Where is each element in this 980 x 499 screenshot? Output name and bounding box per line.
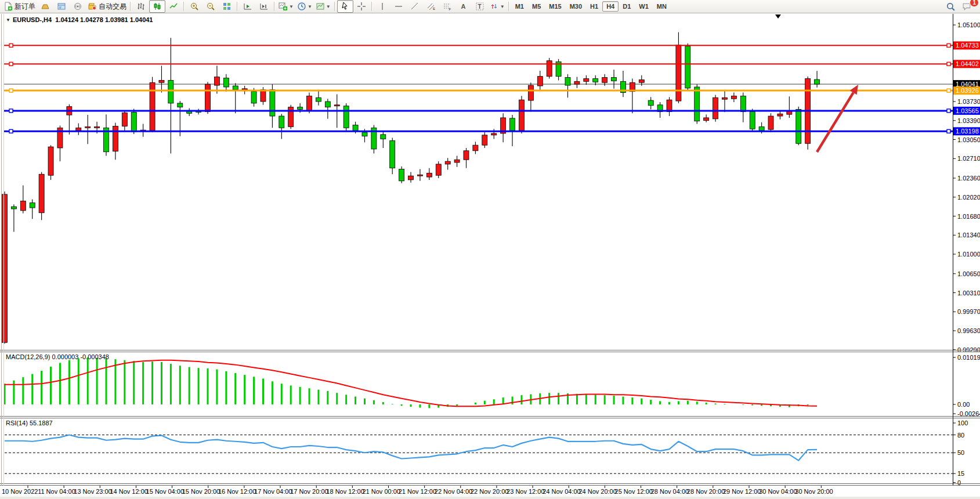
candle-body <box>362 132 367 136</box>
resistance-upper-handle[interactable] <box>9 44 13 47</box>
price-tick-label: 1.03390 <box>957 117 980 124</box>
svg-text:T: T <box>478 3 481 10</box>
text-label-tool-button[interactable]: T <box>472 0 488 13</box>
macd-indicator-label: MACD(12,26,9) 0.000003 -0.000348 <box>6 353 109 360</box>
new-order-button[interactable]: 新订单 <box>2 0 37 13</box>
rsi-axis-label: 50 <box>957 449 964 456</box>
candle-body <box>214 77 219 85</box>
new-order-label: 新订单 <box>15 2 35 12</box>
line-chart-icon <box>169 2 178 11</box>
price-tick-label: 1.02360 <box>957 175 980 182</box>
date-tick-label: 21 Nov 00:00 <box>363 488 400 495</box>
candle-body <box>307 96 312 110</box>
search-button[interactable] <box>942 0 959 13</box>
support-lower-handle[interactable] <box>947 129 950 133</box>
clock-icon <box>297 2 306 11</box>
tf-m1-button[interactable]: M1 <box>511 1 528 12</box>
vertical-line-tool-button[interactable] <box>374 0 390 13</box>
profiles-button[interactable] <box>37 0 53 13</box>
channel-tool-button[interactable]: E <box>423 0 439 13</box>
candle-body <box>48 147 53 175</box>
templates-button[interactable]: ▼ <box>314 0 332 13</box>
market-watch-icon <box>57 2 66 11</box>
fibonacci-tool-button[interactable]: F <box>439 0 455 13</box>
date-tick-label: 25 Nov 12:00 <box>615 488 653 495</box>
crosshair-icon <box>357 2 366 11</box>
trendline-tool-button[interactable] <box>407 0 423 13</box>
resistance-lower-handle[interactable] <box>947 62 950 66</box>
candle-body <box>20 201 26 210</box>
bar-chart-mode-button[interactable] <box>133 0 149 13</box>
candle-body <box>768 116 773 129</box>
tf-m15-button[interactable]: M15 <box>545 1 565 12</box>
candle-body <box>168 80 173 103</box>
pivot-orange-handle[interactable] <box>9 89 13 92</box>
toolbar-separator <box>334 2 335 11</box>
date-axis[interactable]: 10 Nov 202211 Nov 04:0013 Nov 23:0014 No… <box>0 486 980 499</box>
macd-axis-label: 0.010191 <box>957 354 980 361</box>
chart-title: ▼EURUSD-,H4 1.04124 1.04278 1.03981 1.04… <box>6 16 153 23</box>
date-tick-label: 30 Nov 20:00 <box>795 488 833 495</box>
notifications-button[interactable]: 1 <box>959 0 975 13</box>
tf-h1-button[interactable]: H1 <box>586 1 602 12</box>
candle-body <box>704 118 709 121</box>
auto-trading-button[interactable]: 自动交易 <box>86 0 128 13</box>
date-tick-label: 24 Nov 04:00 <box>543 488 580 495</box>
chart-canvas[interactable]: 1.051001.037301.033901.030501.027101.023… <box>0 0 980 499</box>
support-upper-handle[interactable] <box>947 109 950 113</box>
candle-body <box>95 126 100 128</box>
candlestick-mode-button[interactable] <box>149 0 165 13</box>
resistance-lower-handle[interactable] <box>9 62 13 66</box>
date-tick-label: 10 Nov 2022 <box>2 488 38 495</box>
tf-m30-button[interactable]: M30 <box>566 1 586 12</box>
price-tick-label: 0.99630 <box>957 327 980 334</box>
periods-button[interactable]: ▼ <box>295 0 314 13</box>
chart-shift-button[interactable] <box>256 0 272 13</box>
new-chart-button[interactable]: ▼ <box>277 0 295 13</box>
price-tick-label: 0.99970 <box>957 308 980 315</box>
support-upper-handle[interactable] <box>9 109 13 113</box>
rsi-indicator-label: RSI(14) 55.1887 <box>6 420 53 426</box>
tf-w1-button[interactable]: W1 <box>635 1 653 12</box>
price-tick-label: 1.01340 <box>957 232 980 238</box>
line-chart-mode-button[interactable] <box>165 0 182 13</box>
candle-body <box>482 135 487 145</box>
chart-collapse-icon[interactable]: ▼ <box>6 17 10 23</box>
auto-scroll-button[interactable] <box>240 0 256 13</box>
zoom-out-button[interactable] <box>202 0 219 13</box>
zoom-in-icon <box>190 2 199 11</box>
candle-body <box>454 160 460 162</box>
text-tool-button[interactable]: A <box>455 0 472 13</box>
date-tick-label: 17 Nov 04:00 <box>254 488 292 495</box>
tf-mn-button[interactable]: MN <box>653 1 671 12</box>
crosshair-tool-button[interactable] <box>353 0 370 13</box>
equidistant-channel-icon: E <box>426 2 436 11</box>
tf-m5-button[interactable]: M5 <box>528 1 545 12</box>
candle-body <box>565 78 570 85</box>
signals-button[interactable] <box>70 0 86 13</box>
candle-body <box>547 61 552 77</box>
tile-windows-button[interactable] <box>219 0 235 13</box>
candle-body <box>11 207 16 209</box>
date-tick-label: 24 Nov 20:00 <box>578 488 616 495</box>
signals-icon <box>73 2 82 11</box>
cursor-tool-button[interactable] <box>337 0 353 13</box>
candle-body <box>537 77 543 86</box>
rsi-axis-label: 0 <box>957 479 961 486</box>
price-tick-label: 1.00310 <box>957 290 980 296</box>
pivot-orange-handle[interactable] <box>947 89 950 92</box>
notification-badge: 1 <box>970 0 979 7</box>
arrows-tool-button[interactable]: ▼ <box>488 0 507 13</box>
horizontal-line-tool-button[interactable] <box>390 0 407 13</box>
macd-axis-label: 0.00 <box>957 401 970 408</box>
zoom-in-button[interactable] <box>186 0 202 13</box>
market-watch-button[interactable] <box>53 0 70 13</box>
tf-h4-button[interactable]: H4 <box>602 1 619 12</box>
date-tick-label: 23 Nov 12:00 <box>507 488 544 495</box>
support-lower-handle[interactable] <box>9 129 13 133</box>
tf-d1-button[interactable]: D1 <box>619 1 635 12</box>
candle-body <box>574 81 580 84</box>
candle-body <box>390 140 395 168</box>
resistance-upper-handle[interactable] <box>947 44 950 47</box>
candle-body <box>85 126 91 128</box>
